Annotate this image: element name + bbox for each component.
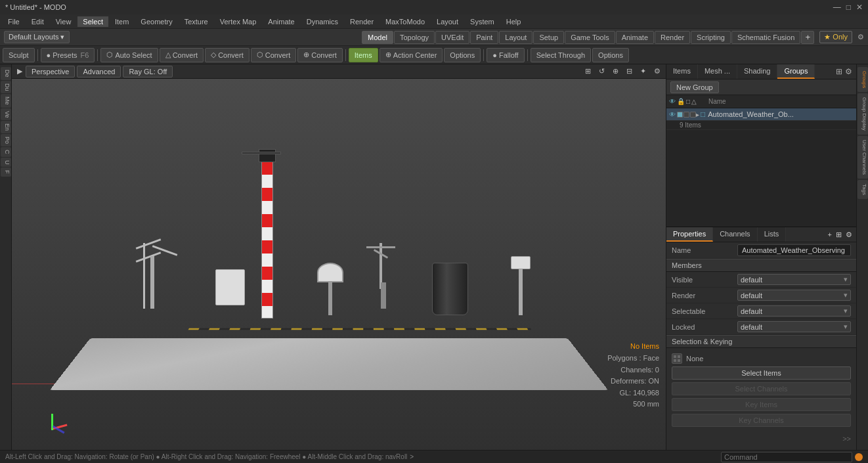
props-plus-btn[interactable]: + xyxy=(828,231,832,238)
menu-file[interactable]: File xyxy=(3,16,25,27)
viewport-reset-icon[interactable]: ↺ xyxy=(596,66,607,77)
tab-mesh[interactable]: Mesh ... xyxy=(698,64,737,79)
tab-render[interactable]: Render xyxy=(655,31,690,44)
props-settings-icon[interactable]: ⚙ xyxy=(846,231,852,239)
layout-dropdown[interactable]: Default Layouts ▾ xyxy=(4,31,70,43)
sculpt-btn[interactable]: Sculpt xyxy=(3,48,35,62)
viewport-star-icon[interactable]: ✦ xyxy=(638,66,649,77)
tab-shading[interactable]: Shading xyxy=(737,64,777,79)
expand-icon[interactable]: ▸ xyxy=(696,111,699,118)
3d-viewport[interactable]: No Items Polygons : Face Channels: 0 Def… xyxy=(12,79,666,450)
panel-settings-icon[interactable]: ⚙ xyxy=(845,67,852,76)
side-tab-2[interactable]: Du xyxy=(1,81,11,94)
command-input[interactable] xyxy=(721,452,852,462)
tab-groups[interactable]: Groups xyxy=(777,64,815,79)
maximize-btn[interactable]: □ xyxy=(846,3,851,12)
key-items-btn[interactable]: Key Items xyxy=(672,398,851,411)
convert-btn-4[interactable]: ⊕ Convert xyxy=(297,48,343,62)
side-tab-4[interactable]: Ve xyxy=(1,108,11,121)
menu-geometry[interactable]: Geometry xyxy=(135,16,177,27)
menu-render[interactable]: Render xyxy=(345,16,379,27)
presets-btn[interactable]: ● Presets F6 xyxy=(41,48,95,62)
side-tab-8[interactable]: U xyxy=(1,158,11,167)
minimize-btn[interactable]: — xyxy=(833,3,841,12)
side-tab-9[interactable]: F xyxy=(1,167,11,177)
side-tab-1[interactable]: De xyxy=(1,67,11,80)
action-center-btn[interactable]: ⊕ Action Center xyxy=(380,48,443,62)
select-through-btn[interactable]: Select Through xyxy=(531,48,591,62)
select-channels-btn[interactable]: Select Channels xyxy=(672,382,851,395)
perspective-tab[interactable]: Perspective xyxy=(26,66,75,77)
far-tab-group-display[interactable]: Group Display xyxy=(857,93,868,135)
tab-paint[interactable]: Paint xyxy=(470,31,498,44)
tab-uvedit[interactable]: UVEdit xyxy=(435,31,469,44)
props-tab-properties[interactable]: Properties xyxy=(666,227,713,242)
tab-setup[interactable]: Setup xyxy=(533,31,564,44)
viewport-zoom-fit-icon[interactable]: ⊕ xyxy=(610,66,621,77)
side-tab-5[interactable]: En xyxy=(1,121,11,133)
group-item-0[interactable]: 👁 ▸ □ Automated_Weather_Ob... xyxy=(666,108,856,121)
auto-select-btn[interactable]: ⬡ Auto Select xyxy=(100,48,158,62)
status-expand-btn[interactable]: > xyxy=(410,453,414,460)
tab-model[interactable]: Model xyxy=(362,31,393,44)
menu-item[interactable]: Item xyxy=(110,16,134,27)
key-channels-btn[interactable]: Key Channels xyxy=(672,414,851,427)
visible-select[interactable]: default ▾ xyxy=(737,274,851,285)
menu-vertex-map[interactable]: Vertex Map xyxy=(215,16,262,27)
menu-system[interactable]: System xyxy=(465,16,500,27)
tab-items[interactable]: Items xyxy=(666,64,698,79)
side-tab-6[interactable]: Po xyxy=(1,134,11,146)
tab-topology[interactable]: Topology xyxy=(394,31,435,44)
group-eye-icon[interactable]: 👁 xyxy=(669,111,676,118)
ray-gl-tab[interactable]: Ray GL: Off xyxy=(123,66,173,77)
menu-animate[interactable]: Animate xyxy=(263,16,299,27)
name-input[interactable] xyxy=(737,244,851,256)
menu-dynamics[interactable]: Dynamics xyxy=(301,16,343,27)
menu-view[interactable]: View xyxy=(51,16,77,27)
far-tab-tags[interactable]: Tags xyxy=(857,180,868,199)
tab-scripting[interactable]: Scripting xyxy=(691,31,731,44)
menu-help[interactable]: Help xyxy=(501,16,527,27)
new-group-btn[interactable]: New Group xyxy=(670,81,719,93)
double-arrow-btn[interactable]: >> xyxy=(842,435,851,443)
viewport-zoom-out-icon[interactable]: ⊟ xyxy=(624,66,635,77)
window-controls: — □ ✕ xyxy=(833,3,863,12)
viewport-toggle-btn[interactable]: ▶ xyxy=(14,66,25,77)
viewport-settings-icon[interactable]: ⚙ xyxy=(651,66,663,77)
menu-layout[interactable]: Layout xyxy=(431,16,464,27)
side-tab-3[interactable]: Me xyxy=(1,94,11,108)
props-expand-icon[interactable]: ⊞ xyxy=(836,231,842,239)
falloff-btn[interactable]: ● Falloff xyxy=(487,48,524,62)
menu-edit[interactable]: Edit xyxy=(26,16,49,27)
render-select[interactable]: default ▾ xyxy=(737,290,851,301)
convert-btn-1[interactable]: △ Convert xyxy=(160,48,204,62)
tab-schematic[interactable]: Schematic Fusion xyxy=(731,31,800,44)
options-btn-2[interactable]: Options xyxy=(592,48,629,62)
options-btn-1[interactable]: Options xyxy=(444,48,481,62)
panel-expand-icon[interactable]: ⊞ xyxy=(836,67,842,76)
convert-btn-3[interactable]: ⬡ Convert xyxy=(251,48,297,62)
only-button[interactable]: ★ Only xyxy=(819,31,852,43)
menu-texture[interactable]: Texture xyxy=(179,16,213,27)
tab-layout[interactable]: Layout xyxy=(499,31,532,44)
menu-select[interactable]: Select xyxy=(77,16,108,27)
props-tab-channels[interactable]: Channels xyxy=(713,227,757,242)
menu-maxtomodo[interactable]: MaxToModo xyxy=(380,16,430,27)
convert-btn-2[interactable]: ◇ Convert xyxy=(205,48,250,62)
add-layout-btn[interactable]: + xyxy=(801,31,814,44)
close-btn[interactable]: ✕ xyxy=(856,3,863,12)
props-tab-lists[interactable]: Lists xyxy=(758,227,787,242)
viewport-grid-icon[interactable]: ⊞ xyxy=(582,66,594,77)
items-btn[interactable]: Items xyxy=(349,48,378,62)
svg-rect-2 xyxy=(674,359,676,362)
far-tab-groups[interactable]: Groups xyxy=(857,67,868,92)
advanced-tab[interactable]: Advanced xyxy=(77,66,121,77)
selectable-select[interactable]: default ▾ xyxy=(737,305,851,317)
tab-game-tools[interactable]: Game Tools xyxy=(565,31,615,44)
layout-settings-icon[interactable]: ⚙ xyxy=(857,33,864,41)
tab-animate[interactable]: Animate xyxy=(616,31,654,44)
select-items-btn[interactable]: Select Items xyxy=(672,366,851,380)
locked-select[interactable]: default ▾ xyxy=(737,321,851,332)
far-tab-user-channels[interactable]: User Channels xyxy=(857,136,868,179)
side-tab-7[interactable]: C xyxy=(1,147,11,157)
